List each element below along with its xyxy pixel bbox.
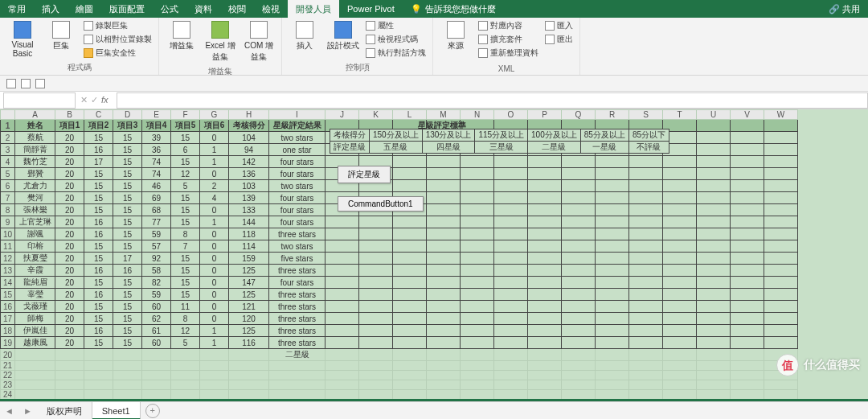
com-addins-button[interactable]: COM 增益集 <box>241 19 276 64</box>
cell[interactable] <box>494 240 528 253</box>
cell[interactable] <box>663 390 697 400</box>
cell[interactable]: 58 <box>142 265 171 277</box>
cell[interactable]: 15 <box>84 313 113 325</box>
cell[interactable]: 104 <box>229 132 269 144</box>
cell[interactable]: 74 <box>142 168 171 180</box>
cell[interactable] <box>731 313 764 325</box>
cell[interactable]: 20 <box>55 168 84 180</box>
cell[interactable]: 15 <box>113 168 142 180</box>
cell[interactable] <box>663 361 697 371</box>
cell[interactable]: 越康風 <box>15 337 55 349</box>
cell[interactable]: 15 <box>84 253 113 265</box>
cell[interactable] <box>393 253 427 265</box>
cell[interactable]: 15 <box>171 132 200 144</box>
cell[interactable] <box>764 325 798 337</box>
cell[interactable]: four stars <box>269 216 326 228</box>
cell[interactable]: 20 <box>55 144 84 156</box>
cell[interactable] <box>596 313 629 325</box>
row-header[interactable]: 5 <box>1 168 15 180</box>
col-header[interactable]: T <box>663 110 697 120</box>
cell[interactable] <box>663 380 697 390</box>
cell[interactable] <box>596 301 629 313</box>
cell[interactable]: 136 <box>229 168 269 180</box>
cell[interactable] <box>562 180 596 192</box>
col-header[interactable]: D <box>113 110 142 120</box>
ribbon-tab-6[interactable]: 校閱 <box>220 0 254 18</box>
cell[interactable] <box>562 380 596 390</box>
cell[interactable] <box>427 301 461 313</box>
cell[interactable] <box>764 253 798 265</box>
cell[interactable] <box>171 361 200 371</box>
cell[interactable] <box>461 156 494 168</box>
cell[interactable]: 辛霞 <box>15 265 55 277</box>
cell[interactable] <box>494 301 528 313</box>
col-header[interactable]: N <box>461 110 494 120</box>
cell[interactable] <box>663 289 697 301</box>
cell[interactable] <box>494 168 528 180</box>
cell[interactable] <box>629 337 663 349</box>
map-props-button[interactable]: 對應內容 <box>477 19 540 32</box>
cell[interactable] <box>427 216 461 228</box>
cell[interactable]: 20 <box>55 253 84 265</box>
cell[interactable] <box>84 380 113 390</box>
add-sheet-button[interactable]: + <box>145 404 160 418</box>
cell[interactable] <box>731 301 764 313</box>
cell[interactable] <box>697 120 731 132</box>
cell[interactable]: 姓名 <box>15 120 55 132</box>
cell[interactable] <box>269 371 326 380</box>
cell[interactable] <box>494 204 528 216</box>
cell[interactable] <box>142 349 171 361</box>
redo-icon[interactable] <box>35 79 45 88</box>
cell[interactable] <box>596 277 629 289</box>
cell[interactable] <box>629 325 663 337</box>
cell[interactable]: 15 <box>113 216 142 228</box>
cell[interactable]: 16 <box>84 265 113 277</box>
cell[interactable] <box>200 371 229 380</box>
cell[interactable]: 15 <box>84 168 113 180</box>
cell[interactable] <box>393 301 427 313</box>
cell[interactable]: 0 <box>200 265 229 277</box>
cell[interactable] <box>731 277 764 289</box>
cell[interactable] <box>326 289 359 301</box>
cell[interactable]: 20 <box>55 204 84 216</box>
cell[interactable] <box>562 265 596 277</box>
col-header[interactable]: P <box>528 110 562 120</box>
cell[interactable] <box>629 216 663 228</box>
cell[interactable]: 16 <box>84 144 113 156</box>
cell[interactable]: 20 <box>55 337 84 349</box>
cancel-icon[interactable]: ✕ <box>80 95 88 105</box>
criteria-cell[interactable]: 評定星級 <box>330 142 370 154</box>
cell[interactable] <box>528 180 562 192</box>
ribbon-tab-9[interactable]: Power Pivot <box>339 0 403 18</box>
row-header[interactable]: 7 <box>1 192 15 204</box>
cell[interactable] <box>731 349 764 361</box>
cell[interactable] <box>326 349 359 361</box>
cell[interactable] <box>229 371 269 380</box>
cell[interactable] <box>596 349 629 361</box>
cell[interactable] <box>494 228 528 240</box>
row-header[interactable]: 23 <box>1 380 15 390</box>
cell[interactable]: 0 <box>200 204 229 216</box>
cell[interactable] <box>697 390 731 400</box>
cell[interactable]: 2 <box>200 180 229 192</box>
cell[interactable] <box>697 313 731 325</box>
cell[interactable] <box>596 216 629 228</box>
cell[interactable] <box>84 361 113 371</box>
cell[interactable] <box>326 301 359 313</box>
cell[interactable] <box>697 371 731 380</box>
cell[interactable] <box>697 204 731 216</box>
cell[interactable] <box>171 390 200 400</box>
cell[interactable] <box>494 265 528 277</box>
cell[interactable] <box>269 380 326 390</box>
criteria-cell[interactable]: 100分及以上 <box>528 129 581 142</box>
cell[interactable] <box>764 240 798 253</box>
row-header[interactable]: 9 <box>1 216 15 228</box>
cell[interactable]: 147 <box>229 277 269 289</box>
cell[interactable] <box>393 289 427 301</box>
row-header[interactable]: 4 <box>1 156 15 168</box>
cell[interactable]: 15 <box>84 240 113 253</box>
row-header[interactable]: 10 <box>1 228 15 240</box>
cell[interactable] <box>359 313 393 325</box>
cell[interactable]: 項目5 <box>171 120 200 132</box>
cell[interactable] <box>731 120 764 132</box>
